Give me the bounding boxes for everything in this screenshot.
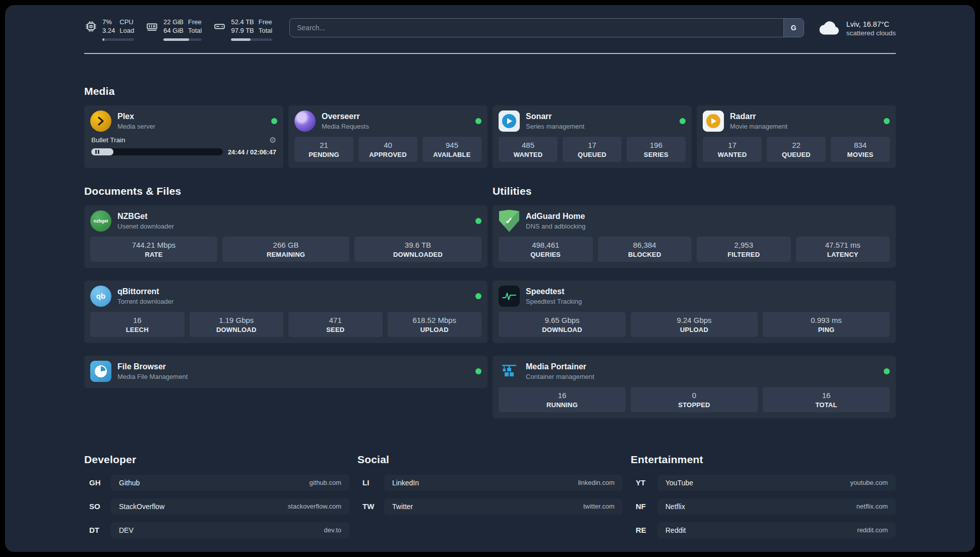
stat-value: 498,461	[501, 241, 591, 249]
stat-value: 47.571 ms	[798, 241, 888, 249]
stat-value: 22	[769, 141, 824, 149]
bookmark-row: NF Netflix netflix.com	[631, 498, 896, 515]
qbittorrent-icon: qb	[90, 286, 111, 307]
nzbget-icon: nzbget	[90, 210, 111, 232]
cpu-load-label: Load	[119, 27, 134, 35]
bookmark-link-github[interactable]: Github github.com	[111, 475, 349, 491]
status-online-dot	[475, 218, 481, 224]
stat-tile: 16 RUNNING	[499, 387, 626, 412]
stat-tile: 945 AVAILABLE	[422, 137, 481, 162]
stat-tile: 471 SEED	[288, 312, 383, 337]
app-name: Plex	[117, 112, 155, 121]
stat-value: 945	[424, 141, 479, 149]
bookmark-abbr: GH	[84, 478, 111, 487]
stat-tile: 16 LEECH	[90, 312, 185, 337]
bookmark-group-entertainment: Entertainment YT YouTube youtube.com NF …	[631, 454, 896, 538]
disk-free-value: 52.4 TB	[231, 18, 254, 27]
app-card-sonarr[interactable]: Sonarr Series management 485 WANTED 17 Q…	[493, 105, 692, 168]
sonarr-icon	[499, 110, 520, 132]
stats-row: 21 PENDING 40 APPROVED 945 AVAILABLE	[294, 137, 481, 162]
stats-row: 744.21 Mbps RATE 266 GB REMAINING 39.6 T…	[90, 237, 481, 262]
ram-free-label: Free	[188, 18, 202, 27]
gear-icon[interactable]: ⚙	[269, 136, 276, 144]
radarr-icon	[703, 110, 724, 132]
stat-value: 1.19 Gbps	[192, 316, 282, 324]
stat-label: SEED	[290, 326, 381, 333]
stat-label: STOPPED	[633, 401, 756, 409]
stat-value: 0.993 ms	[765, 316, 888, 324]
stat-value: 86,384	[600, 241, 690, 249]
app-subtitle: Media server	[117, 123, 155, 130]
stat-tile: 17 WANTED	[703, 137, 762, 162]
stat-label: LATENCY	[798, 251, 888, 258]
cloud-icon	[818, 19, 840, 37]
app-card-portainer[interactable]: Media Portainer Container management 16 …	[493, 356, 896, 418]
cpu-usage-value: 7%	[102, 18, 115, 27]
app-card-qbittorrent[interactable]: qb qBittorrent Torrent downloader 16 LEE…	[84, 281, 487, 343]
status-online-dot	[271, 118, 277, 124]
status-online-dot	[475, 118, 481, 124]
ram-progress-bar	[163, 38, 202, 41]
app-name: Media Portainer	[526, 362, 594, 371]
app-name: File Browser	[117, 362, 188, 371]
app-subtitle: Torrent downloader	[117, 298, 173, 305]
app-card-filebrowser[interactable]: File Browser Media File Management	[84, 356, 487, 388]
stat-label: RATE	[92, 251, 215, 258]
stat-tile: 16 TOTAL	[763, 387, 890, 412]
ram-metric: 22 GiB 64 GiB Free Total	[145, 18, 202, 41]
stat-value: 17	[705, 141, 760, 149]
app-card-adguard[interactable]: ✓ AdGuard Home DNS and adblocking 498,46…	[493, 205, 896, 268]
stat-tile: 17 QUEUED	[563, 137, 622, 162]
search-engine-button[interactable]: G	[783, 19, 804, 37]
stats-row: 16 LEECH 1.19 Gbps DOWNLOAD 471 SEED	[90, 312, 481, 337]
app-card-nzbget[interactable]: nzbget NZBGet Usenet downloader 744.21 M…	[84, 205, 487, 268]
stat-value: 834	[833, 141, 888, 149]
app-name: Radarr	[730, 112, 787, 121]
app-card-overseerr[interactable]: Overseerr Media Requests 21 PENDING 40 A…	[288, 105, 487, 168]
status-online-dot	[884, 118, 890, 124]
disk-free-label: Free	[259, 18, 272, 27]
bookmark-link-dev[interactable]: DEV dev.to	[111, 522, 349, 538]
pause-icon[interactable]	[95, 150, 99, 154]
weather-condition: scattered clouds	[846, 29, 896, 37]
stat-value: 266 GB	[224, 241, 347, 249]
stat-label: PENDING	[296, 151, 351, 158]
stat-tile: 47.571 ms LATENCY	[796, 237, 890, 262]
stat-label: FILTERED	[699, 251, 789, 258]
system-metrics: 7% 3.24 CPU Load	[84, 18, 272, 41]
stat-tile: 9.24 Gbps UPLOAD	[631, 312, 758, 337]
section-media: Media Plex Media server	[84, 85, 896, 168]
bookmark-link-reddit[interactable]: Reddit reddit.com	[657, 522, 896, 538]
bookmark-link-linkedin[interactable]: LinkedIn linkedin.com	[384, 475, 623, 491]
stat-label: UPLOAD	[633, 326, 756, 333]
stat-tile: 0 STOPPED	[631, 387, 758, 412]
stat-tile: 485 WANTED	[499, 137, 558, 162]
app-name: NZBGet	[117, 212, 174, 221]
bookmark-link-youtube[interactable]: YouTube youtube.com	[657, 475, 896, 491]
bookmark-link-netflix[interactable]: Netflix netflix.com	[657, 498, 896, 515]
bookmark-link-stackoverflow[interactable]: StackOverflow stackoverflow.com	[111, 498, 349, 515]
stat-tile: 9.65 Gbps DOWNLOAD	[499, 312, 626, 337]
app-card-plex[interactable]: Plex Media server Bullet Train ⚙	[84, 105, 283, 168]
ram-icon	[145, 20, 159, 33]
status-online-dot	[475, 293, 481, 299]
stat-label: MOVIES	[833, 151, 888, 158]
bookmark-link-twitter[interactable]: Twitter twitter.com	[384, 498, 623, 515]
cpu-metric: 7% 3.24 CPU Load	[84, 18, 134, 41]
bookmark-abbr: DT	[84, 526, 111, 534]
stat-tile: 86,384 BLOCKED	[598, 237, 692, 262]
search-input[interactable]	[290, 19, 783, 37]
now-playing-title: Bullet Train	[91, 136, 126, 144]
app-subtitle: Media File Management	[117, 373, 188, 380]
status-online-dot	[680, 118, 686, 124]
bookmark-row: YT YouTube youtube.com	[631, 475, 896, 491]
topbar: 7% 3.24 CPU Load	[84, 18, 896, 41]
stat-value: 0	[633, 391, 756, 400]
bookmark-abbr: RE	[631, 526, 657, 534]
playback-progress-bar[interactable]	[91, 148, 223, 155]
stat-label: WANTED	[501, 151, 556, 158]
stat-value: 16	[765, 391, 888, 400]
stat-label: BLOCKED	[600, 251, 690, 258]
app-card-radarr[interactable]: Radarr Movie management 17 WANTED 22 QUE…	[697, 105, 896, 168]
app-card-speedtest[interactable]: Speedtest Speedtest Tracking 9.65 Gbps D…	[493, 281, 896, 343]
